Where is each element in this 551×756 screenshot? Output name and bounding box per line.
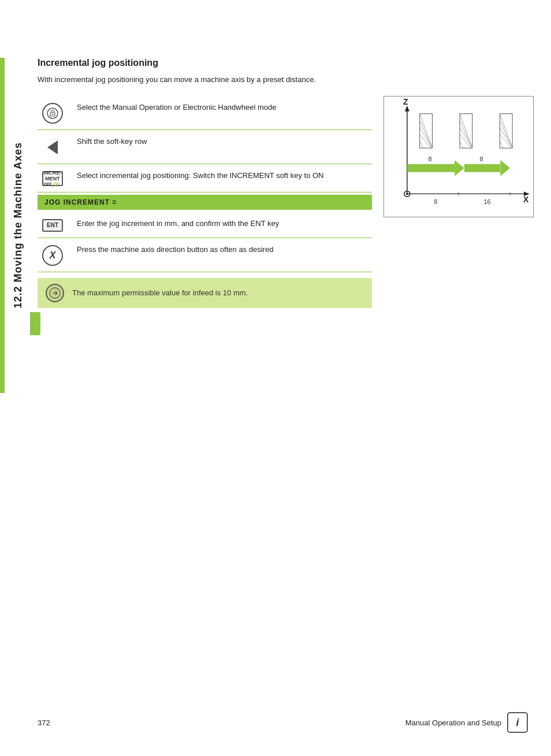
section-label: Manual Operation and Setup	[405, 718, 501, 727]
step-text-5: Press the machine axis direction button …	[77, 244, 372, 255]
step-row: Shift the soft-key row	[38, 130, 372, 164]
svg-line-12	[420, 120, 433, 148]
svg-line-24	[500, 120, 512, 148]
sidebar: 12.2 Moving the Machine Axes	[0, 58, 30, 393]
main-content: Incremental jog positioning With increme…	[38, 0, 534, 308]
footer: 372 Manual Operation and Setup i	[0, 712, 551, 733]
step-text-2: Shift the soft-key row	[77, 136, 372, 147]
svg-point-0	[47, 108, 58, 118]
svg-line-20	[460, 134, 471, 148]
manual-op-icon	[42, 103, 63, 124]
svg-line-15	[420, 141, 423, 148]
page: 12.2 Moving the Machine Axes Incremental…	[0, 0, 551, 756]
svg-rect-28	[407, 164, 455, 172]
arrow-right-icon	[49, 287, 61, 299]
bottom-label2: 16	[483, 198, 490, 205]
ent-key-icon: ENT	[42, 219, 63, 232]
step-row: INCRE-MENTOFFON Select incremental jog p…	[38, 164, 372, 192]
info-badge: i	[507, 712, 528, 733]
step-icon-1	[38, 103, 68, 124]
steps-area: Select the Manual Operation or Electroni…	[38, 96, 372, 308]
lock-icon	[46, 107, 59, 120]
arrow2-label: 8	[480, 155, 483, 162]
chapter-title: 12.2 Moving the Machine Axes	[12, 142, 24, 308]
step-icon-3: INCRE-MENTOFFON	[38, 171, 68, 186]
step-row: Select the Manual Operation or Electroni…	[38, 96, 372, 130]
step-text-4: Enter the jog increment in mm, and confi…	[77, 218, 372, 229]
svg-marker-5	[405, 105, 409, 111]
triangle-icon	[42, 137, 63, 158]
section-title: Incremental jog positioning	[38, 58, 534, 68]
step-row: ENT Enter the jog increment in mm, and c…	[38, 212, 372, 238]
note-box: The maximum permissible value for infeed…	[38, 278, 372, 308]
intro-text: With incremental jog positioning you can…	[38, 74, 534, 86]
jog-bar: JOG INCREMENT =	[38, 195, 372, 210]
svg-marker-31	[500, 160, 510, 176]
x-axis-label: X	[523, 195, 529, 204]
svg-line-27	[500, 141, 503, 148]
diagram: Z X	[384, 96, 534, 217]
svg-rect-30	[464, 164, 500, 172]
footer-right: Manual Operation and Setup i	[405, 712, 528, 733]
triangle-left-icon	[47, 140, 58, 154]
lock-tab	[30, 312, 40, 335]
step-icon-5: X	[38, 245, 68, 266]
step-text-1: Select the Manual Operation or Electroni…	[77, 102, 372, 113]
arrow1-label: 8	[428, 155, 431, 162]
step-text-3: Select incremental jog positioning: Swit…	[77, 170, 372, 181]
increment-key-icon: INCRE-MENTOFFON	[42, 171, 63, 186]
svg-line-21	[460, 141, 463, 148]
z-axis-label: Z	[403, 97, 408, 106]
svg-marker-29	[455, 160, 464, 176]
step-icon-2	[38, 137, 68, 158]
page-number: 372	[38, 718, 50, 727]
note-icon	[46, 284, 64, 302]
bottom-label1: 8	[434, 198, 437, 205]
svg-line-18	[460, 120, 472, 148]
x-direction-icon: X	[42, 245, 63, 266]
note-text: The maximum permissible value for infeed…	[72, 288, 248, 297]
svg-rect-2	[52, 114, 53, 115]
step-icon-4: ENT	[38, 219, 68, 232]
step-row: X Press the machine axis direction butto…	[38, 238, 372, 272]
svg-line-14	[420, 134, 431, 148]
svg-line-26	[500, 134, 511, 148]
svg-point-9	[406, 192, 408, 195]
axis-diagram: Z X	[384, 97, 533, 217]
sidebar-green-bar	[0, 58, 5, 393]
top-area: Select the Manual Operation or Electroni…	[38, 96, 534, 308]
